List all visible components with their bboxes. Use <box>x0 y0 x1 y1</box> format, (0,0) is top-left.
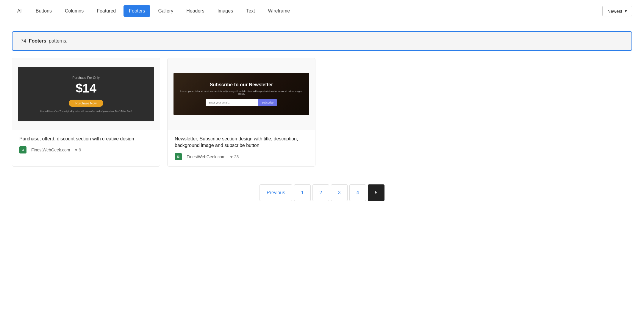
info-category: Footers <box>29 38 46 43</box>
cards-grid: Purchase For Only $14 Purchase Now Limit… <box>0 58 327 167</box>
card-2-likes: ♥ 23 <box>230 154 239 159</box>
newsletter-heading: Subscribe to our Newsletter <box>179 82 303 87</box>
nav-tab-gallery[interactable]: Gallery <box>153 5 179 17</box>
sort-label: Newest <box>607 9 622 14</box>
pagination-prev-btn[interactable]: Previous <box>260 184 292 201</box>
pagination-page-3[interactable]: 3 <box>331 184 348 201</box>
nav-bar: All Buttons Columns Featured Footers Gal… <box>0 0 644 22</box>
newsletter-email-input[interactable] <box>206 99 258 106</box>
purchase-fine-print: Limited time offer. The originality pric… <box>24 110 148 112</box>
nav-tab-featured[interactable]: Featured <box>91 5 121 17</box>
card-2-meta: 🖥 FinestWebGeek.com ♥ 23 <box>175 153 308 160</box>
info-suffix: patterns. <box>49 38 67 43</box>
sort-dropdown[interactable]: Newest ▾ <box>602 6 632 16</box>
card-2-info: Newsletter, Subscribe section design wit… <box>168 130 315 166</box>
info-count: 74 <box>21 38 26 43</box>
nav-tab-footers[interactable]: Footers <box>124 5 150 17</box>
nav-tab-text[interactable]: Text <box>241 5 260 17</box>
purchase-preview: Purchase For Only $14 Purchase Now Limit… <box>18 67 154 121</box>
pagination-page-5[interactable]: 5 <box>368 184 384 201</box>
nav-tab-all[interactable]: All <box>12 5 28 17</box>
card-1-meta: 🖥 FinestWebGeek.com ♥ 9 <box>19 146 153 153</box>
nav-tab-wireframe[interactable]: Wireframe <box>262 5 295 17</box>
purchase-sub-text: Purchase For Only <box>24 76 148 79</box>
card-2-author-name: FinestWebGeek.com <box>187 154 225 159</box>
pagination: Previous 1 2 3 4 5 <box>0 184 644 201</box>
card-1-title: Purchase, offerd, discount section with … <box>19 136 153 142</box>
card-2-author-avatar: 🖥 <box>175 153 182 160</box>
pagination-page-4[interactable]: 4 <box>349 184 366 201</box>
pagination-page-1[interactable]: 1 <box>294 184 311 201</box>
sort-chevron-icon: ▾ <box>625 8 627 14</box>
card-2-likes-count: 23 <box>234 154 239 159</box>
info-banner: 74 Footers patterns. <box>12 31 632 51</box>
newsletter-subscribe-btn[interactable]: Subscribe <box>258 99 277 106</box>
pagination-page-2[interactable]: 2 <box>312 184 329 201</box>
heart-icon-1: ♥ <box>75 148 77 152</box>
nav-tab-buttons[interactable]: Buttons <box>30 5 57 17</box>
nav-tab-headers[interactable]: Headers <box>181 5 210 17</box>
nav-tab-columns[interactable]: Columns <box>60 5 89 17</box>
purchase-price: $14 <box>24 81 148 95</box>
card-2-title: Newsletter, Subscribe section design wit… <box>175 136 308 149</box>
card-1-likes: ♥ 9 <box>75 148 81 152</box>
card-1: Purchase For Only $14 Purchase Now Limit… <box>12 58 160 167</box>
card-1-author-avatar: 🖥 <box>19 146 26 153</box>
card-1-likes-count: 9 <box>79 148 81 152</box>
card-1-info: Purchase, offerd, discount section with … <box>12 130 160 159</box>
purchase-btn[interactable]: Purchase Now <box>69 100 103 107</box>
heart-icon-2: ♥ <box>230 154 232 159</box>
nav-tab-images[interactable]: Images <box>212 5 238 17</box>
card-2-preview[interactable]: Subscribe to our Newsletter Lorem ipsum … <box>168 58 315 130</box>
card-1-preview[interactable]: Purchase For Only $14 Purchase Now Limit… <box>12 58 160 130</box>
card-1-author-name: FinestWebGeek.com <box>31 148 70 152</box>
newsletter-preview: Subscribe to our Newsletter Lorem ipsum … <box>173 73 309 115</box>
newsletter-content: Subscribe to our Newsletter Lorem ipsum … <box>179 82 303 106</box>
newsletter-form: Subscribe <box>206 99 277 106</box>
nav-tabs: All Buttons Columns Featured Footers Gal… <box>12 5 295 17</box>
newsletter-desc: Lorem ipsum dolor sit amet, consectetur … <box>179 90 303 95</box>
card-2: Subscribe to our Newsletter Lorem ipsum … <box>167 58 315 167</box>
